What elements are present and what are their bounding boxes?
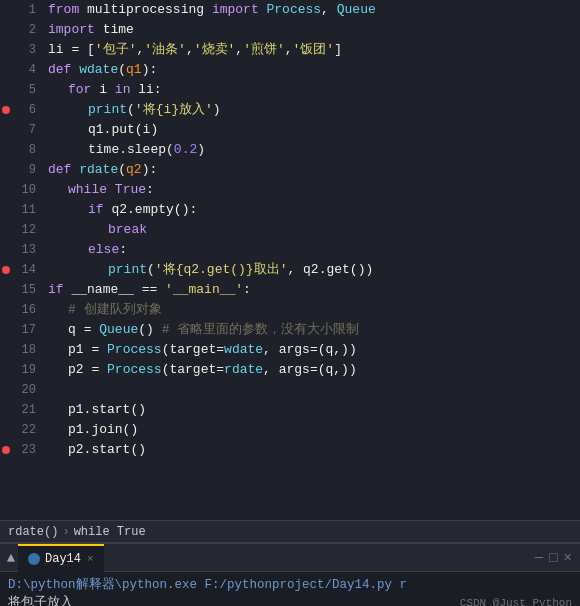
breakpoint-dot-6[interactable] [2, 106, 10, 114]
breakpoint-column [0, 0, 14, 520]
line-number-18: 18 [14, 340, 36, 360]
code-line-23[interactable]: p2.start() [48, 440, 580, 460]
breadcrumb-bar: rdate() › while True [0, 520, 580, 542]
maximize-button[interactable]: □ [549, 550, 557, 566]
code-line-15[interactable]: ▶if __name__ == '__main__': [48, 280, 580, 300]
line-number-2: 2 [14, 20, 36, 40]
bp-slot-15 [0, 280, 14, 300]
breadcrumb-item-rdate[interactable]: rdate() [8, 525, 58, 539]
code-line-10[interactable]: while True: [48, 180, 580, 200]
terminal-content: D:\python解释器\python.exe F:/pythonproject… [0, 572, 580, 606]
code-line-3[interactable]: li = ['包子','油条','烧卖','煎饼','饭团'] [48, 40, 580, 60]
bp-slot-13 [0, 240, 14, 260]
code-line-14[interactable]: print('将{q2.get()}取出', q2.get()) [48, 260, 580, 280]
bp-slot-17 [0, 320, 14, 340]
line-number-3: 3 [14, 40, 36, 60]
line-number-7: 7 [14, 120, 36, 140]
bp-slot-2 [0, 20, 14, 40]
panel-controls: ─ □ × [529, 550, 580, 566]
line-number-21: 21 [14, 400, 36, 420]
code-line-13[interactable]: else: [48, 240, 580, 260]
bp-slot-5 [0, 80, 14, 100]
code-line-21[interactable]: p1.start() [48, 400, 580, 420]
bp-slot-14 [0, 260, 14, 280]
minimize-button[interactable]: ─ [535, 550, 543, 566]
line-number-15: 15 [14, 280, 36, 300]
code-line-7[interactable]: q1.put(i) [48, 120, 580, 140]
bp-slot-18 [0, 340, 14, 360]
bp-slot-4 [0, 60, 14, 80]
line-number-13: 13 [14, 240, 36, 260]
bp-slot-6 [0, 100, 14, 120]
bp-slot-8 [0, 140, 14, 160]
line-number-5: 5 [14, 80, 36, 100]
line-number-14: 14 [14, 260, 36, 280]
bp-slot-1 [0, 0, 14, 20]
terminal-output-line: 将包子放入 CSDN @Just Python [8, 594, 572, 606]
breakpoint-dot-14[interactable] [2, 266, 10, 274]
code-line-12[interactable]: break [48, 220, 580, 240]
code-line-20[interactable] [48, 380, 580, 400]
code-line-1[interactable]: from multiprocessing import Process, Que… [48, 0, 580, 20]
line-number-19: 19 [14, 360, 36, 380]
code-line-11[interactable]: if q2.empty(): [48, 200, 580, 220]
bp-slot-3 [0, 40, 14, 60]
code-editor: 1234567891011121314151617181920212223 fr… [0, 0, 580, 520]
bp-slot-22 [0, 420, 14, 440]
copyright-text: CSDN @Just Python [460, 594, 572, 606]
bp-slot-21 [0, 400, 14, 420]
bp-slot-16 [0, 300, 14, 320]
line-numbers: 1234567891011121314151617181920212223 [14, 0, 44, 520]
tab-close-button[interactable]: × [87, 553, 94, 565]
terminal-command-line: D:\python解释器\python.exe F:/pythonproject… [8, 576, 572, 594]
breadcrumb-item-whiletrue[interactable]: while True [74, 525, 146, 539]
breakpoint-dot-23[interactable] [2, 446, 10, 454]
line-number-8: 8 [14, 140, 36, 160]
terminal-tab-label: Day14 [45, 552, 81, 566]
code-line-5[interactable]: for i in li: [48, 80, 580, 100]
code-line-4[interactable]: def wdate(q1): [48, 60, 580, 80]
line-number-22: 22 [14, 420, 36, 440]
line-number-12: 12 [14, 220, 36, 240]
code-area: from multiprocessing import Process, Que… [44, 0, 580, 520]
close-panel-button[interactable]: × [564, 550, 572, 566]
line-number-20: 20 [14, 380, 36, 400]
code-line-22[interactable]: p1.join() [48, 420, 580, 440]
line-number-17: 17 [14, 320, 36, 340]
code-line-17[interactable]: q = Queue() # 省略里面的参数，没有大小限制 [48, 320, 580, 340]
line-number-6: 6 [14, 100, 36, 120]
terminal-panel: ▲ Day14 × ─ □ × D:\python解释器\python.exe … [0, 542, 580, 606]
line-number-9: 9 [14, 160, 36, 180]
bp-slot-9 [0, 160, 14, 180]
bp-slot-7 [0, 120, 14, 140]
code-line-18[interactable]: p1 = Process(target=wdate, args=(q,)) [48, 340, 580, 360]
line-number-10: 10 [14, 180, 36, 200]
code-line-6[interactable]: print('将{i}放入') [48, 100, 580, 120]
bp-slot-11 [0, 200, 14, 220]
line-number-1: 1 [14, 0, 36, 20]
scroll-up-button[interactable]: ▲ [4, 544, 18, 572]
bp-slot-20 [0, 380, 14, 400]
code-line-16[interactable]: # 创建队列对象 [48, 300, 580, 320]
line-number-11: 11 [14, 200, 36, 220]
bp-slot-23 [0, 440, 14, 460]
terminal-tab-bar: ▲ Day14 × ─ □ × [0, 544, 580, 572]
line-number-16: 16 [14, 300, 36, 320]
bp-slot-12 [0, 220, 14, 240]
line-number-23: 23 [14, 440, 36, 460]
code-line-9[interactable]: def rdate(q2): [48, 160, 580, 180]
line-number-4: 4 [14, 60, 36, 80]
code-line-2[interactable]: import time [48, 20, 580, 40]
code-line-19[interactable]: p2 = Process(target=rdate, args=(q,)) [48, 360, 580, 380]
terminal-tab[interactable]: Day14 × [18, 544, 104, 572]
code-line-8[interactable]: time.sleep(0.2) [48, 140, 580, 160]
bp-slot-10 [0, 180, 14, 200]
bp-slot-19 [0, 360, 14, 380]
python-icon [28, 553, 40, 565]
